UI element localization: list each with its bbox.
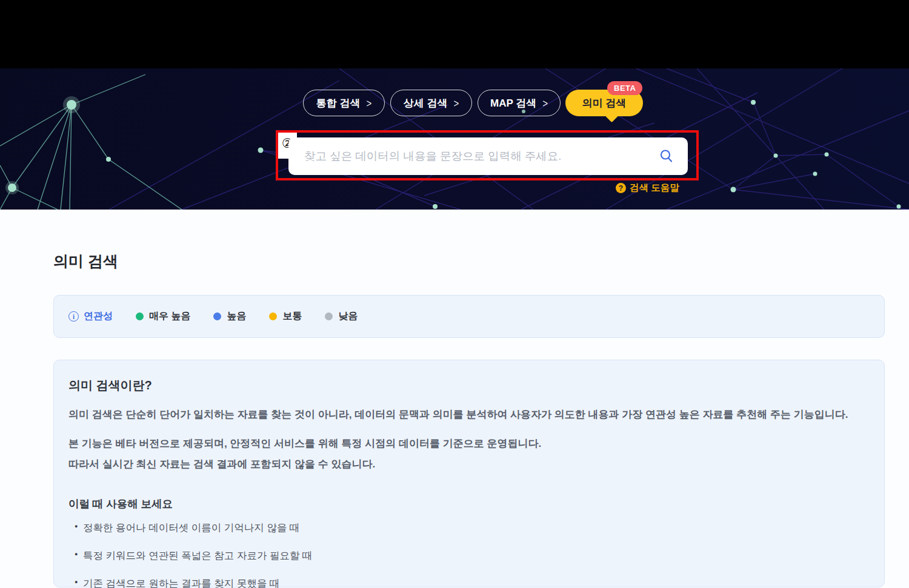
relevance-info[interactable]: i 연관성 xyxy=(68,310,113,323)
search-mode-tabs: 통합 검색 > 상세 검색 > MAP 검색 > xyxy=(303,90,561,116)
tab-label: MAP 검색 xyxy=(490,96,536,110)
tab-label: 상세 검색 xyxy=(404,96,448,110)
tab-semantic-search-active: BETA 의미 검색 xyxy=(565,90,643,116)
about-paragraph: 의미 검색은 단순히 단어가 일치하는 자료를 찾는 것이 아니라, 데이터의 … xyxy=(68,408,870,422)
legend-item-medium: 보통 xyxy=(269,310,302,323)
main-content: 의미 검색 i 연관성 매우 높음 높음 보통 낮음 의미 검색이란? 의미 검… xyxy=(0,210,909,588)
about-heading: 의미 검색이란? xyxy=(68,377,870,394)
usage-list: 정확한 용어나 데이터셋 이름이 기억나지 않을 때 특정 키워드와 연관된 폭… xyxy=(68,521,870,588)
relevance-label: 연관성 xyxy=(84,310,113,323)
chevron-right-icon: > xyxy=(453,96,459,109)
info-icon: i xyxy=(68,311,79,322)
tab-label: 통합 검색 xyxy=(316,96,361,110)
gray-dot-icon xyxy=(325,312,333,320)
beta-badge: BETA xyxy=(607,81,642,95)
chevron-right-icon: > xyxy=(366,96,371,109)
about-paragraph: 따라서 실시간 최신 자료는 검색 결과에 포함되지 않을 수 있습니다. xyxy=(68,458,870,472)
top-header-bar xyxy=(0,0,909,68)
question-mark-icon: ? xyxy=(616,183,626,193)
search-input[interactable] xyxy=(304,150,656,163)
relevance-legend: i 연관성 매우 높음 높음 보통 낮음 xyxy=(53,295,885,338)
tab-map-search[interactable]: MAP 검색 > xyxy=(478,90,561,116)
tab-integrated-search[interactable]: 통합 검색 > xyxy=(303,90,385,116)
about-semantic-search-panel: 의미 검색이란? 의미 검색은 단순히 단어가 일치하는 자료를 찾는 것이 아… xyxy=(53,360,885,587)
hero-banner: 통합 검색 > 상세 검색 > MAP 검색 > BETA 의미 검색 ② ? … xyxy=(0,68,909,210)
legend-item-high: 높음 xyxy=(213,310,246,323)
page-title: 의미 검색 xyxy=(53,210,909,271)
chevron-right-icon: > xyxy=(542,96,548,109)
blue-dot-icon xyxy=(213,312,221,320)
search-help-label: 검색 도움말 xyxy=(630,182,679,194)
list-item: 기존 검색으로 원하는 결과를 찾지 못했을 때 xyxy=(68,577,870,588)
legend-item-low: 낮음 xyxy=(325,310,358,323)
list-item: 특정 키워드와 연관된 폭넓은 참고 자료가 필요할 때 xyxy=(68,549,870,563)
search-button[interactable] xyxy=(656,146,677,167)
list-item: 정확한 용어나 데이터셋 이름이 기억나지 않을 때 xyxy=(68,521,870,535)
about-paragraph: 본 기능은 베타 버전으로 제공되며, 안정적인 서비스를 위해 특정 시점의 … xyxy=(68,437,870,451)
usage-heading: 이럴 때 사용해 보세요 xyxy=(68,497,870,511)
search-icon xyxy=(659,148,674,164)
legend-item-very-high: 매우 높음 xyxy=(136,310,190,323)
search-help-link[interactable]: ? 검색 도움말 xyxy=(616,182,679,194)
yellow-dot-icon xyxy=(269,312,277,320)
tab-detail-search[interactable]: 상세 검색 > xyxy=(390,90,472,116)
green-dot-icon xyxy=(136,312,144,320)
semantic-search-bar xyxy=(288,137,688,175)
